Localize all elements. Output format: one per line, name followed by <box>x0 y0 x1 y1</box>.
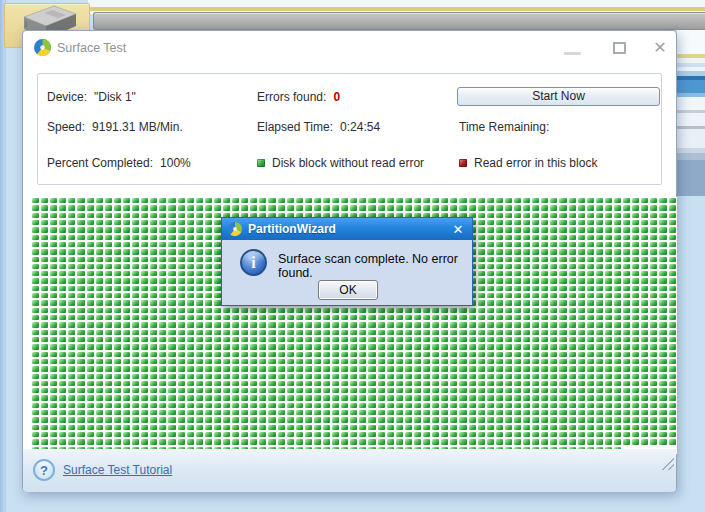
disk-block-cell <box>223 308 230 313</box>
disk-block-cell <box>323 439 330 444</box>
disk-block-cell <box>141 352 148 357</box>
legend-error: Read error in this block <box>459 156 597 170</box>
disk-block-cell <box>569 293 576 298</box>
disk-block-cell <box>123 242 130 247</box>
disk-block-cell <box>205 271 212 276</box>
disk-block-cell <box>114 337 121 342</box>
disk-block-cell <box>341 425 348 430</box>
disk-block-cell <box>623 198 630 203</box>
disk-block-cell <box>132 213 139 218</box>
disk-block-cell <box>432 388 439 393</box>
disk-block-cell <box>159 308 166 313</box>
disk-block-cell <box>68 322 75 327</box>
disk-block-cell <box>605 286 612 291</box>
disk-block-cell <box>605 198 612 203</box>
disk-block-cell <box>641 300 648 305</box>
disk-block-cell <box>178 322 185 327</box>
disk-block-cell <box>659 425 666 430</box>
disk-block-cell <box>132 286 139 291</box>
close-button[interactable]: ✕ <box>651 38 669 58</box>
disk-block-cell <box>159 242 166 247</box>
disk-block-cell <box>105 352 112 357</box>
disk-block-cell <box>541 439 548 444</box>
disk-block-cell <box>550 235 557 240</box>
maximize-button[interactable] <box>613 42 626 54</box>
disk-block-cell <box>68 337 75 342</box>
disk-block-cell <box>596 220 603 225</box>
disk-block-cell <box>132 359 139 364</box>
disk-block-cell <box>441 344 448 349</box>
disk-block-cell <box>350 417 357 422</box>
disk-block-cell <box>623 257 630 262</box>
disk-block-cell <box>469 344 476 349</box>
disk-block-cell <box>41 235 48 240</box>
start-now-button[interactable]: Start Now <box>457 87 660 106</box>
disk-block-cell <box>450 352 457 357</box>
disk-block-cell <box>596 205 603 210</box>
disk-block-cell <box>278 308 285 313</box>
disk-block-cell <box>514 403 521 408</box>
disk-block-cell <box>659 381 666 386</box>
disk-block-cell <box>541 300 548 305</box>
help-icon[interactable]: ? <box>33 459 55 481</box>
disk-block-cell <box>332 205 339 210</box>
disk-block-cell <box>478 205 485 210</box>
disk-block-cell <box>132 322 139 327</box>
disk-block-cell <box>569 308 576 313</box>
disk-block-cell <box>50 227 57 232</box>
disk-block-cell <box>223 344 230 349</box>
disk-block-cell <box>159 293 166 298</box>
disk-block-cell <box>523 439 530 444</box>
disk-block-cell <box>96 213 103 218</box>
disk-block-cell <box>650 300 657 305</box>
disk-block-cell <box>196 242 203 247</box>
disk-block-cell <box>569 425 576 430</box>
disk-block-cell <box>587 374 594 379</box>
disk-block-cell <box>96 425 103 430</box>
disk-block-cell <box>614 315 621 320</box>
disk-block-cell <box>96 271 103 276</box>
disk-block-cell <box>423 315 430 320</box>
disk-block-cell <box>623 242 630 247</box>
disk-block-cell <box>350 410 357 415</box>
disk-block-cell <box>632 227 639 232</box>
disk-block-cell <box>632 264 639 269</box>
disk-block-cell <box>378 374 385 379</box>
disk-block-cell <box>123 220 130 225</box>
disk-block-cell <box>450 381 457 386</box>
disk-block-cell <box>159 257 166 262</box>
disk-block-cell <box>323 205 330 210</box>
disk-block-cell <box>632 403 639 408</box>
disk-block-cell <box>296 425 303 430</box>
surface-test-titlebar[interactable]: Surface Test ✕ <box>23 31 676 65</box>
disk-block-cell <box>159 439 166 444</box>
disk-block-cell <box>214 213 221 218</box>
dialog-titlebar[interactable]: PartitionWizard ✕ <box>222 218 472 240</box>
disk-block-cell <box>614 264 621 269</box>
disk-block-cell <box>478 439 485 444</box>
disk-block-cell <box>123 403 130 408</box>
disk-block-cell <box>641 344 648 349</box>
disk-block-cell <box>50 220 57 225</box>
ok-button[interactable]: OK <box>318 280 378 300</box>
surface-test-tutorial-link[interactable]: Surface Test Tutorial <box>63 463 172 477</box>
disk-block-cell <box>614 271 621 276</box>
disk-block-cell <box>32 242 39 247</box>
disk-block-cell <box>32 198 39 203</box>
minimize-button[interactable] <box>564 52 581 55</box>
disk-block-cell <box>268 381 275 386</box>
disk-block-cell <box>596 410 603 415</box>
disk-block-cell <box>341 366 348 371</box>
disk-block-cell <box>623 425 630 430</box>
disk-block-cell <box>505 315 512 320</box>
dialog-close-icon[interactable]: ✕ <box>450 222 466 237</box>
disk-block-cell <box>496 278 503 283</box>
disk-block-cell <box>178 352 185 357</box>
disk-block-cell <box>641 308 648 313</box>
disk-block-cell <box>632 337 639 342</box>
disk-block-cell <box>123 205 130 210</box>
disk-block-cell <box>59 271 66 276</box>
disk-block-cell <box>559 242 566 247</box>
disk-block-cell <box>150 300 157 305</box>
disk-block-cell <box>368 359 375 364</box>
